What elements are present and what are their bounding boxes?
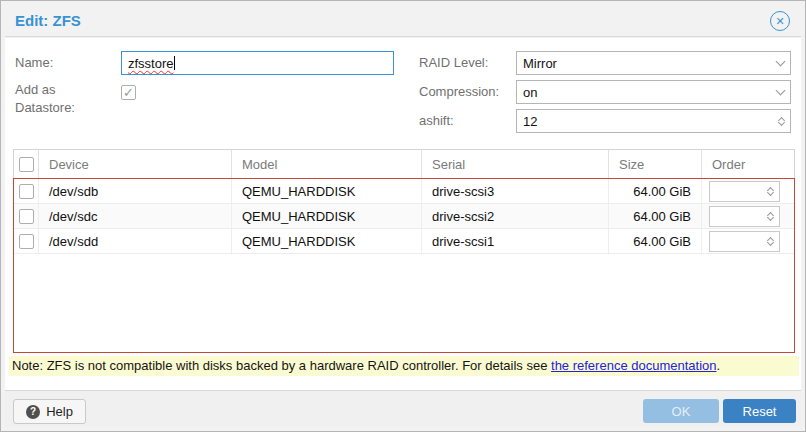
close-icon[interactable]: ✕ (770, 11, 790, 31)
order-spinner[interactable] (709, 231, 780, 252)
add-as-datastore-checkbox[interactable]: ✓ (121, 85, 136, 100)
text-caret (174, 56, 175, 70)
column-header-model[interactable]: Model (232, 150, 422, 178)
select-all-checkbox[interactable] (19, 157, 34, 172)
order-cell (702, 204, 794, 228)
table-row[interactable]: /dev/sdd QEMU_HARDDISK drive-scsi1 64.00… (14, 229, 794, 254)
raid-level-select[interactable]: Mirror (516, 51, 791, 75)
column-header-device[interactable]: Device (39, 150, 232, 178)
disk-table-header: Device Model Serial Size Order (13, 149, 795, 178)
model-cell: QEMU_HARDDISK (232, 229, 422, 253)
compression-select[interactable]: on (516, 80, 791, 104)
disk-table-body: /dev/sdb QEMU_HARDDISK drive-scsi3 64.00… (13, 178, 795, 353)
size-cell: 64.00 GiB (609, 229, 702, 253)
size-cell: 64.00 GiB (609, 179, 702, 203)
device-cell: /dev/sdc (39, 204, 232, 228)
column-header-serial[interactable]: Serial (422, 150, 609, 178)
order-cell (702, 179, 794, 203)
serial-cell: drive-scsi2 (422, 204, 609, 228)
compression-label: Compression: (419, 80, 499, 104)
row-checkbox[interactable] (19, 209, 34, 224)
table-row[interactable]: /dev/sdb QEMU_HARDDISK drive-scsi3 64.00… (14, 179, 794, 204)
model-cell: QEMU_HARDDISK (232, 204, 422, 228)
dialog-titlebar: Edit: ZFS ✕ (5, 5, 801, 37)
select-all-checkbox-cell (14, 150, 39, 178)
column-header-size[interactable]: Size (609, 150, 702, 178)
order-spinner[interactable] (709, 181, 780, 202)
note-text-end: . (717, 358, 721, 373)
name-input[interactable]: zfsstore (121, 51, 394, 75)
row-checkbox-cell (14, 229, 39, 253)
help-button-label: Help (46, 404, 73, 419)
ashift-value: 12 (523, 114, 779, 129)
order-cell (702, 229, 794, 253)
zfs-raid-note: Note: ZFS is not compatible with disks b… (9, 356, 799, 376)
reset-button[interactable]: Reset (723, 399, 796, 423)
model-cell: QEMU_HARDDISK (232, 179, 422, 203)
row-checkbox[interactable] (19, 184, 34, 199)
edit-zfs-dialog: Edit: ZFS ✕ Name: zfsstore Add as Datast… (0, 0, 806, 432)
raid-level-label: RAID Level: (419, 51, 488, 75)
ashift-label: ashift: (419, 109, 454, 133)
dialog-title: Edit: ZFS (15, 5, 81, 36)
ashift-spinner[interactable]: 12 (516, 109, 791, 133)
row-checkbox[interactable] (19, 234, 34, 249)
note-text: Note: ZFS is not compatible with disks b… (12, 358, 551, 373)
compression-value: on (523, 85, 777, 100)
order-spinner[interactable] (709, 206, 780, 227)
serial-cell: drive-scsi1 (422, 229, 609, 253)
reference-documentation-link[interactable]: the reference documentation (551, 358, 717, 373)
chevron-down-icon[interactable] (776, 85, 786, 95)
device-cell: /dev/sdd (39, 229, 232, 253)
row-checkbox-cell (14, 179, 39, 203)
name-label: Name: (15, 51, 53, 75)
checkmark-icon: ✓ (123, 85, 134, 100)
add-as-datastore-label: Add as Datastore: (15, 81, 101, 117)
device-cell: /dev/sdb (39, 179, 232, 203)
name-value: zfsstore (128, 56, 174, 71)
help-icon: ? (26, 405, 40, 419)
help-button[interactable]: ? Help (13, 399, 86, 424)
size-cell: 64.00 GiB (609, 204, 702, 228)
row-checkbox-cell (14, 204, 39, 228)
serial-cell: drive-scsi3 (422, 179, 609, 203)
raid-level-value: Mirror (523, 56, 777, 71)
chevron-down-icon[interactable] (776, 56, 786, 66)
ok-button[interactable]: OK (643, 399, 719, 423)
dialog-footer: ? Help OK Reset (5, 390, 801, 427)
table-row[interactable]: /dev/sdc QEMU_HARDDISK drive-scsi2 64.00… (14, 204, 794, 229)
column-header-order[interactable]: Order (702, 150, 794, 178)
